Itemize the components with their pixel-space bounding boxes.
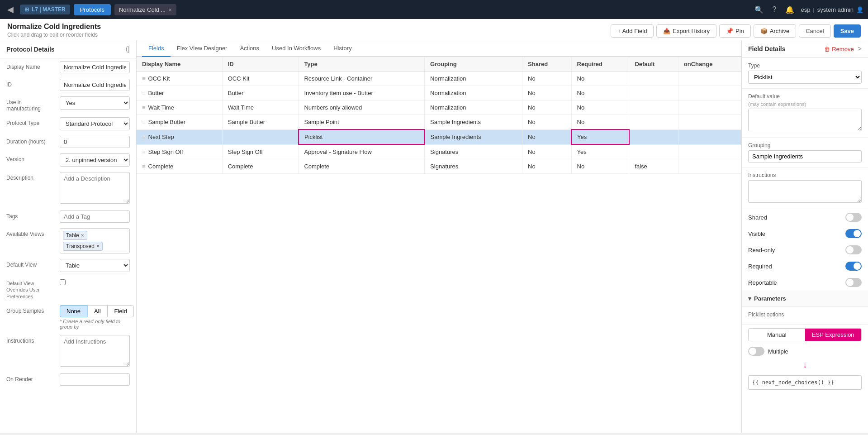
pin-button[interactable]: 📌 Pin	[719, 24, 751, 38]
table-cell: ≡Butter	[137, 86, 222, 100]
parameters-header: ▾ Parameters	[742, 291, 868, 307]
default-view-overrides-row: Default View Overrides User Preferences	[0, 275, 136, 302]
readonly-toggle[interactable]	[845, 245, 862, 254]
back-button[interactable]: ◀	[5, 5, 16, 14]
tab-history[interactable]: History	[327, 40, 358, 57]
left-panel: Protocol Details ⟨| Display Name ID Use …	[0, 40, 137, 433]
instructions-right-textarea[interactable]	[748, 180, 862, 203]
instructions-textarea[interactable]	[60, 335, 130, 367]
col-header-display-name: Display Name	[137, 57, 222, 72]
group-samples-none-button[interactable]: None	[60, 305, 87, 317]
description-row: Description	[0, 169, 136, 208]
export-history-button[interactable]: 📤 Export History	[656, 24, 716, 38]
version-select[interactable]: 2. unpinned version ...	[60, 153, 130, 167]
table-cell: Approval - Signature Flow	[299, 144, 425, 159]
add-field-button[interactable]: + Add Field	[611, 24, 654, 38]
table-row[interactable]: ≡Step Sign OffStep Sign OffApproval - Si…	[137, 144, 741, 159]
expand-panel-button[interactable]: >	[858, 45, 862, 53]
table-cell: Yes	[571, 144, 629, 159]
group-samples-all-button[interactable]: All	[87, 305, 107, 317]
pin-label: Pin	[735, 28, 744, 34]
available-views-container: Table × Transposed ×	[60, 228, 130, 253]
type-select[interactable]: Picklist	[748, 71, 862, 84]
grouping-section: Grouping	[742, 138, 868, 167]
type-section: Type Picklist	[742, 58, 868, 89]
remove-field-button[interactable]: 🗑 Remove	[824, 46, 854, 53]
multiple-toggle[interactable]	[748, 347, 764, 356]
picklist-options-section: Picklist options	[742, 307, 868, 325]
grouping-input[interactable]	[748, 150, 862, 163]
reportable-toggle[interactable]	[845, 278, 862, 287]
help-button[interactable]: ?	[770, 5, 779, 14]
on-render-input[interactable]	[60, 373, 130, 386]
shared-toggle[interactable]	[845, 213, 862, 222]
table-row[interactable]: ≡OCC KitOCC KitResource Link - Container…	[137, 72, 741, 86]
protocols-tab[interactable]: Protocols	[74, 4, 111, 15]
save-button[interactable]: Save	[834, 24, 861, 38]
default-value-sublabel: (may contain expressions)	[748, 101, 862, 107]
shared-toggle-row: Shared	[742, 209, 868, 225]
bell-button[interactable]: 🔔	[783, 5, 797, 14]
search-button[interactable]: 🔍	[752, 5, 766, 14]
drag-handle: ≡	[142, 148, 146, 155]
display-name-input[interactable]	[60, 61, 130, 73]
id-input[interactable]	[60, 79, 130, 91]
remove-transposed-view-button[interactable]: ×	[96, 243, 100, 249]
remove-table-view-button[interactable]: ×	[81, 232, 84, 239]
picklist-tab-esp-expression[interactable]: ESP Expression	[805, 329, 862, 341]
table-row[interactable]: ≡Sample ButterSample ButterSample PointS…	[137, 115, 741, 130]
fields-table: Display Name ID Type Grouping Shared Req…	[137, 57, 741, 174]
col-header-required: Required	[571, 57, 629, 72]
default-value-textarea[interactable]	[748, 109, 862, 131]
table-row[interactable]: ≡Next StepPicklistSample IngredientsNoYe…	[137, 129, 741, 144]
tab-used-in-workflows[interactable]: Used In Workflows	[266, 40, 327, 57]
default-view-overrides-checkbox[interactable]	[60, 279, 66, 285]
col-header-onchange: onChange	[678, 57, 741, 72]
table-cell	[678, 159, 741, 174]
default-view-select[interactable]: TableTransposed	[60, 259, 130, 272]
available-views-label: Available Views	[6, 228, 56, 237]
page-subtitle: Click and drag to edit or reorder fields	[7, 32, 101, 38]
cancel-button[interactable]: Cancel	[799, 24, 830, 38]
required-toggle[interactable]	[845, 262, 862, 271]
table-row[interactable]: ≡Wait TimeWait TimeNumbers only allowedN…	[137, 100, 741, 115]
table-cell: Yes	[571, 129, 629, 144]
export-icon: 📤	[663, 28, 670, 34]
reportable-toggle-row: Reportable	[742, 274, 868, 291]
table-cell	[222, 129, 299, 144]
id-row: ID	[0, 76, 136, 94]
group-samples-field-button[interactable]: Field	[108, 305, 134, 317]
required-toggle-row: Required	[742, 258, 868, 274]
readonly-label: Read-only	[748, 247, 775, 253]
page-title-area: Normalize Cold Ingredients Click and dra…	[7, 23, 101, 38]
table-cell: No	[522, 100, 572, 115]
remove-label: Remove	[832, 46, 854, 53]
on-render-row: On Render	[0, 371, 136, 388]
display-name-row: Display Name	[0, 58, 136, 76]
duration-input[interactable]	[60, 136, 130, 148]
left-panel-title: Protocol Details	[6, 46, 55, 53]
page-header: Normalize Cold Ingredients Click and dra…	[0, 19, 868, 40]
expression-box[interactable]: {{ next_node_choices() }}	[748, 375, 862, 390]
description-textarea[interactable]	[60, 172, 130, 204]
view-tag-table-label: Table	[66, 232, 79, 239]
table-row[interactable]: ≡CompleteCompleteCompleteSignaturesNoNof…	[137, 159, 741, 174]
picklist-tab-manual[interactable]: Manual	[749, 329, 805, 341]
archive-button[interactable]: 📦 Archive	[754, 24, 796, 38]
default-view-overrides-label: Default View Overrides User Preferences	[6, 277, 56, 300]
visible-toggle[interactable]	[845, 229, 862, 238]
col-header-default: Default	[629, 57, 678, 72]
main-layout: Protocol Details ⟨| Display Name ID Use …	[0, 40, 868, 433]
fields-table-container: Display Name ID Type Grouping Shared Req…	[137, 57, 741, 433]
use-in-manufacturing-select[interactable]: YesNo	[60, 96, 130, 110]
close-tab-button[interactable]: ×	[168, 6, 172, 13]
shared-label: Shared	[748, 214, 767, 221]
panel-collapse-button[interactable]: ⟨|	[125, 45, 130, 53]
protocol-type-select[interactable]: Standard Protocol	[60, 117, 130, 130]
tab-actions[interactable]: Actions	[233, 40, 266, 57]
tab-fields[interactable]: Fields	[142, 40, 171, 57]
table-row[interactable]: ≡ButterButterInventory item use - Butter…	[137, 86, 741, 100]
tags-input[interactable]	[60, 210, 130, 223]
tab-flex-view-designer[interactable]: Flex View Designer	[171, 40, 234, 57]
table-cell: No	[522, 86, 572, 100]
